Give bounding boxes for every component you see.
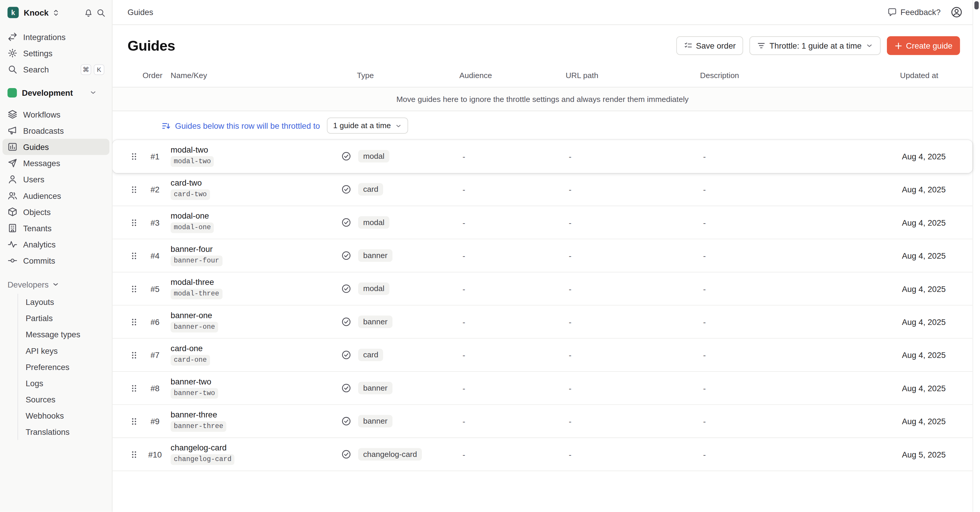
- sidebar-item-translations[interactable]: Translations: [18, 424, 107, 440]
- sidebar-item-sources[interactable]: Sources: [18, 391, 107, 407]
- search-icon[interactable]: [96, 8, 106, 17]
- sidebar-development-nav: Workflows Broadcasts Guides Messages: [0, 103, 112, 269]
- bell-icon[interactable]: [84, 8, 93, 17]
- sidebar-item-label: Tenants: [23, 224, 52, 232]
- drag-handle-icon[interactable]: [129, 151, 138, 161]
- guide-name[interactable]: modal-three: [170, 278, 335, 287]
- sidebar-item-label: Webhooks: [25, 411, 64, 420]
- throttle-count-value: 1 guide at a time: [333, 121, 391, 130]
- table-row[interactable]: #7 card-one card-one card - - - Aug 4, 2…: [113, 339, 973, 372]
- guide-name[interactable]: card-two: [170, 178, 335, 188]
- row-type: card: [357, 350, 459, 360]
- drag-handle-icon[interactable]: [129, 383, 138, 393]
- search-shortcut: ⌘ K: [81, 64, 105, 75]
- row-url-path: -: [566, 383, 700, 393]
- sidebar-item-settings[interactable]: Settings: [2, 45, 109, 61]
- sidebar-item-partials[interactable]: Partials: [18, 310, 107, 326]
- list-checks-icon: [684, 41, 692, 50]
- sidebar-item-search[interactable]: Search ⌘ K: [2, 61, 109, 78]
- guide-name[interactable]: changelog-card: [170, 444, 335, 452]
- breadcrumb: Guides: [127, 7, 153, 17]
- guide-name[interactable]: banner-one: [170, 311, 335, 320]
- sidebar-item-webhooks[interactable]: Webhooks: [18, 407, 107, 424]
- scrollbar-track[interactable]: [973, 0, 980, 512]
- check-circle-icon: [341, 449, 351, 459]
- guide-name[interactable]: banner-four: [170, 245, 335, 254]
- sidebar: k Knock Integrations: [0, 0, 113, 512]
- sidebar-item-guides[interactable]: Guides: [2, 139, 109, 155]
- sidebar-item-label: Search: [23, 65, 49, 74]
- developers-section-toggle[interactable]: Developers: [2, 276, 109, 293]
- table-row[interactable]: #10 changelog-card changelog-card change…: [113, 438, 973, 471]
- sidebar-item-logs[interactable]: Logs: [18, 375, 107, 391]
- sidebar-item-objects[interactable]: Objects: [2, 204, 109, 220]
- account-menu-button[interactable]: [951, 6, 963, 18]
- sidebar-item-audiences[interactable]: Audiences: [2, 188, 109, 204]
- table-row[interactable]: #2 card-two card-two card - - - Aug 4, 2…: [113, 173, 973, 206]
- column-header-updated-at: Updated at: [900, 71, 973, 80]
- guide-name[interactable]: banner-two: [170, 377, 335, 386]
- guide-name[interactable]: modal-one: [170, 211, 335, 220]
- sidebar-item-users[interactable]: Users: [2, 171, 109, 188]
- send-icon: [7, 158, 18, 168]
- row-name-key: modal-two modal-two: [167, 146, 335, 167]
- throttle-count-select[interactable]: 1 guide at a time: [327, 118, 408, 134]
- sidebar-item-integrations[interactable]: Integrations: [2, 29, 109, 45]
- chevrons-up-down-icon[interactable]: [52, 8, 60, 17]
- create-guide-button[interactable]: Create guide: [886, 36, 960, 55]
- throttle-dropdown[interactable]: Throttle: 1 guide at a time: [749, 36, 880, 55]
- sidebar-item-api-keys[interactable]: API keys: [18, 342, 107, 359]
- drag-handle-icon[interactable]: [129, 450, 138, 459]
- environment-switcher-development[interactable]: Development: [2, 84, 109, 101]
- sidebar-item-label: Settings: [23, 49, 52, 57]
- drag-handle-icon[interactable]: [129, 185, 138, 194]
- scrollbar-thumb[interactable]: [974, 1, 979, 10]
- drag-handle-icon[interactable]: [129, 251, 138, 261]
- activity-icon: [7, 239, 18, 249]
- table-row[interactable]: #4 banner-four banner-four banner - - - …: [113, 239, 973, 272]
- table-row[interactable]: #5 modal-three modal-three modal - - - A…: [113, 272, 973, 305]
- sidebar-item-label: Analytics: [23, 240, 56, 249]
- feedback-button[interactable]: Feedback?: [887, 7, 940, 17]
- workspace-switcher[interactable]: k Knock: [0, 0, 112, 25]
- row-url-path: -: [566, 185, 700, 194]
- save-order-button[interactable]: Save order: [676, 36, 743, 55]
- guide-name[interactable]: modal-two: [170, 146, 335, 154]
- sidebar-item-layouts[interactable]: Layouts: [18, 294, 107, 310]
- cmd-key: ⌘: [81, 64, 91, 75]
- table-row[interactable]: #9 banner-three banner-three banner - - …: [113, 405, 973, 438]
- sidebar-item-tenants[interactable]: Tenants: [2, 220, 109, 236]
- sidebar-item-preferences[interactable]: Preferences: [18, 359, 107, 375]
- sidebar-item-label: Broadcasts: [23, 127, 64, 135]
- sidebar-item-label: Commits: [23, 257, 55, 265]
- table-row[interactable]: #3 modal-one modal-one modal - - - Aug 4…: [113, 206, 973, 239]
- row-order: #6: [143, 317, 168, 327]
- table-row[interactable]: #8 banner-two banner-two banner - - - Au…: [113, 372, 973, 405]
- row-name-key: modal-three modal-three: [167, 278, 335, 300]
- drag-handle-icon[interactable]: [129, 317, 138, 327]
- sidebar-item-message-types[interactable]: Message types: [18, 326, 107, 342]
- unthrottled-dropzone[interactable]: Move guides here to ignore the throttle …: [113, 87, 973, 111]
- drag-handle-icon[interactable]: [129, 218, 138, 227]
- drag-handle-icon[interactable]: [129, 284, 138, 293]
- chevron-down-icon: [395, 122, 402, 129]
- drag-handle-icon[interactable]: [129, 350, 138, 360]
- check-circle-icon: [341, 317, 351, 327]
- row-order: #8: [143, 383, 168, 393]
- sidebar-item-broadcasts[interactable]: Broadcasts: [2, 122, 109, 139]
- sidebar-item-analytics[interactable]: Analytics: [2, 236, 109, 253]
- type-badge: banner: [358, 249, 393, 262]
- throttle-divider-link[interactable]: Guides below this row will be throttled …: [161, 121, 320, 130]
- table-row[interactable]: #1 modal-two modal-two modal - - - Aug 4…: [113, 140, 973, 173]
- sidebar-item-commits[interactable]: Commits: [2, 253, 109, 269]
- sidebar-item-label: Integrations: [23, 33, 65, 41]
- drag-handle-icon[interactable]: [129, 417, 138, 426]
- guide-name[interactable]: card-one: [170, 344, 335, 353]
- sidebar-item-workflows[interactable]: Workflows: [2, 107, 109, 122]
- users-icon: [7, 191, 18, 200]
- sidebar-item-messages[interactable]: Messages: [2, 155, 109, 171]
- guide-name[interactable]: banner-three: [170, 410, 335, 419]
- row-name-key: banner-three banner-three: [167, 410, 335, 432]
- table-row[interactable]: #6 banner-one banner-one banner - - - Au…: [113, 305, 973, 339]
- sidebar-item-label: Audiences: [23, 191, 61, 200]
